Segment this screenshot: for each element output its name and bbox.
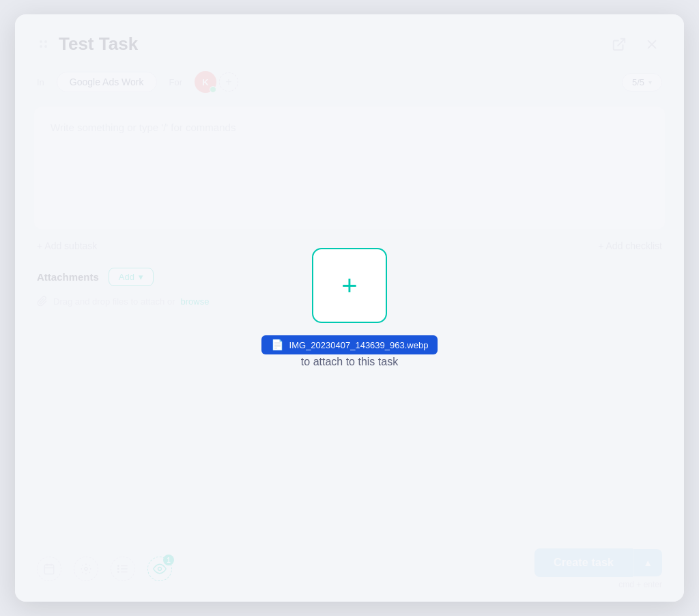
avatar[interactable]: K (195, 71, 216, 93)
attachments-header: Attachments Add ▾ (37, 268, 662, 286)
shortcut-hint: cmd + enter (618, 580, 662, 589)
create-task-arrow-button[interactable]: ▲ (633, 549, 662, 576)
attachments-label: Attachments (37, 271, 99, 283)
svg-point-11 (118, 565, 119, 567)
for-label: For (169, 77, 183, 87)
in-label: In (37, 77, 44, 87)
watch-icon-button[interactable]: 1 (147, 557, 172, 581)
drag-handle-icon[interactable] (37, 38, 49, 51)
subtask-checklist-row: + Add subtask + Add checklist (15, 229, 684, 262)
create-task-button[interactable]: Create task (534, 548, 633, 577)
footer-tools: 1 (37, 557, 172, 581)
svg-point-14 (158, 568, 162, 571)
priority-selector[interactable]: 5/5 ▾ (622, 73, 662, 92)
header-left: Test Task (37, 33, 138, 55)
add-checklist-button[interactable]: + Add checklist (598, 240, 662, 251)
meta-row: In Google Ads Work For K + 5/5 ▾ (15, 66, 684, 107)
file-icon: 📄 (271, 339, 284, 351)
close-button[interactable] (642, 34, 662, 55)
browse-link[interactable]: browse (181, 296, 210, 307)
task-title: Test Task (59, 33, 138, 55)
modal-footer: 1 Create task ▲ cmd + enter (15, 536, 684, 602)
online-badge (210, 86, 216, 93)
svg-point-12 (118, 568, 119, 570)
attachments-section: Attachments Add ▾ Drag and drop files to… (15, 262, 684, 307)
assignee-group: K + (195, 71, 238, 93)
calendar-icon-button[interactable] (37, 557, 61, 581)
add-assignee-button[interactable]: + (219, 72, 238, 92)
add-subtask-button[interactable]: + Add subtask (37, 240, 97, 251)
footer-right: Create task ▲ cmd + enter (534, 548, 662, 589)
list-icon-button[interactable] (111, 557, 135, 581)
drop-filename: IMG_20230407_143639_963.webp (289, 340, 429, 350)
external-link-button[interactable] (609, 34, 629, 55)
drop-filename-badge: 📄 IMG_20230407_143639_963.webp (261, 335, 438, 354)
create-task-group: Create task ▲ (534, 548, 662, 577)
drop-text: to attach to this task (301, 356, 398, 368)
svg-rect-3 (44, 565, 54, 574)
header-actions (609, 34, 662, 55)
content-area[interactable]: Write something or type '/' for commands (34, 107, 665, 229)
svg-line-0 (618, 38, 625, 45)
drag-drop-hint: Drag and drop files to attach or browse (37, 296, 662, 307)
add-attachment-button[interactable]: Add ▾ (109, 268, 154, 286)
watch-badge: 1 (163, 555, 174, 565)
settings-icon-button[interactable] (74, 557, 98, 581)
paperclip-icon (37, 296, 48, 307)
priority-chevron-icon: ▾ (648, 79, 652, 86)
svg-point-13 (118, 572, 119, 573)
drop-filename-row: 📄 IMG_20230407_143639_963.webp (261, 335, 438, 356)
workspace-selector[interactable]: Google Ads Work (57, 72, 157, 92)
content-placeholder: Write something or type '/' for commands (51, 122, 236, 133)
task-modal: Test Task In Google Ads Work For (15, 14, 684, 602)
svg-point-7 (85, 568, 88, 571)
modal-header: Test Task (15, 14, 684, 66)
add-chevron-icon: ▾ (139, 272, 143, 282)
